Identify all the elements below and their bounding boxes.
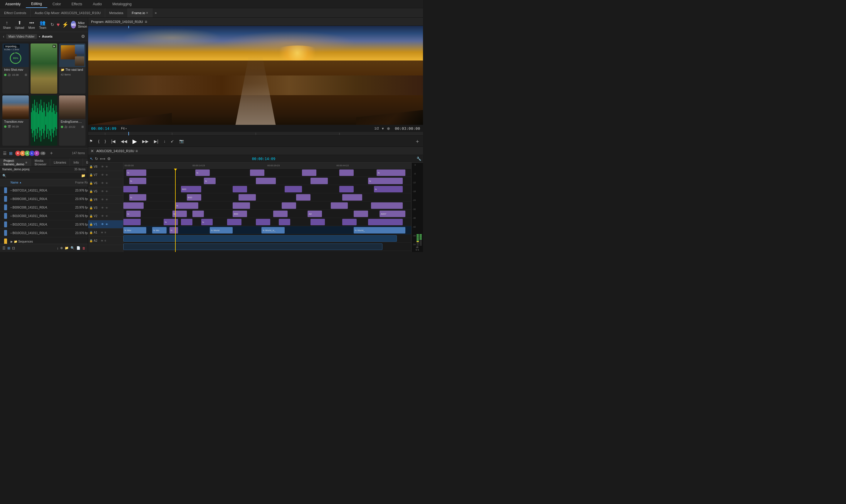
clip-v7-2[interactable]: fx [204,178,215,184]
asset-item-ending[interactable]: EndingScene.mov 🎥 23:22 ⊞ [59,95,86,146]
track-vis-v4[interactable]: 👁 [106,198,108,201]
clip-v2-9[interactable] [342,219,357,225]
clip-v8-1[interactable]: fx [126,169,147,176]
frameio-team-button[interactable]: 👥 Team [39,20,46,29]
breadcrumb-dropdown-icon[interactable]: ▾ [39,35,40,38]
clip-v2-8[interactable] [310,219,325,225]
clip-v7-1[interactable]: fx [129,178,147,184]
clip-v7-3[interactable] [256,178,276,184]
proj-freeform-icon[interactable]: ⊡ [12,246,15,250]
clip-v4-2[interactable]: fx [175,202,198,209]
tab-audio-mixer[interactable]: Audio Clip Mixer: A001C029_141010_R10U [31,8,105,17]
overwrite-button[interactable]: ↙ [169,139,175,143]
clip-v7-5[interactable]: fx [368,178,403,184]
clip-v2-10[interactable] [368,219,403,225]
th-fps[interactable]: Frame Rate [73,180,88,185]
asset-item-transition[interactable]: Transition.mov 🎬 00:29 [2,95,29,146]
new-folder-icon[interactable]: 📁 [81,174,86,178]
proj-tab-libraries[interactable]: Libraries [50,158,70,166]
clip-v3-5[interactable] [273,211,288,217]
clip-v4-1[interactable] [123,202,144,209]
table-row[interactable]: ▪B009C008_141011_R0U4. 23.976 fps 00:00:… [0,203,88,212]
clip-v6-6[interactable]: fx [374,186,403,192]
clip-v3-8[interactable]: A007 [379,211,406,217]
tab-overflow[interactable]: » [152,11,159,15]
go-to-in-button[interactable]: |◀ [110,139,117,144]
track-lock-v6[interactable]: 🔒 [89,181,93,185]
clip-v4-5[interactable] [331,202,348,209]
clip-v4-3[interactable] [233,202,250,209]
view-grid-icon[interactable]: ⊞ [9,151,13,156]
table-row[interactable]: ▪B010C010_141011_R0U4. 23.976 fps 00:00:… [0,220,88,229]
breadcrumb-back-button[interactable]: ‹ [3,34,4,39]
frameio-upload-button[interactable]: ⬆ Upload [15,20,24,29]
clip-v3-2[interactable]: fx [173,211,187,217]
track-lock-v2[interactable]: 🔒 [89,214,93,218]
asset-item-theme[interactable]: Title Theme.mp3 ♫ 06:15 [31,95,57,146]
proj-search-icon-footer[interactable]: 🔍 [71,246,75,250]
clip-v3-7[interactable] [354,211,368,217]
timeline-settings-icon[interactable]: ⚙ [107,157,111,161]
tab-frameio[interactable]: Frame.io ≡ [128,8,152,17]
table-row[interactable]: ▪B010C013_141011_R0U4. 23.976 fps 00:00:… [0,229,88,237]
proj-tab-info[interactable]: Info [70,158,83,166]
clip-v6-4[interactable] [285,186,302,192]
track-vis-v5[interactable]: 👁 [106,190,108,193]
track-vis-v8[interactable]: 👁 [106,165,108,168]
clip-v8-2[interactable]: fx [195,169,210,176]
nav-color[interactable]: Color [47,0,66,8]
export-frame-button[interactable]: 📷 [178,139,185,143]
project-search-input[interactable] [8,174,79,177]
clip-v3-1[interactable]: fx [126,211,141,217]
track-vis-v6[interactable]: 👁 [106,182,108,185]
step-back-button[interactable]: ◀◀ [120,139,128,144]
monitor-ratio-dropdown-icon[interactable]: ▾ [381,126,385,131]
step-forward-button[interactable]: ▶▶ [141,139,150,144]
track-vis-v3[interactable]: 👁 [106,206,108,210]
track-lock-a2[interactable]: 🔒 [89,239,93,242]
clip-v3-4[interactable]: B00 [233,211,247,217]
razor-tool-icon[interactable]: ↻ [95,157,98,161]
refresh-icon[interactable]: ↻ [51,22,54,27]
asset-item-laywaste[interactable]: ▶ Lay Waste.mov 🎥 03:24 ⊞ [31,43,57,94]
track-lock-a1[interactable]: 🔒 [89,231,93,234]
clip-v1-world4[interactable]: fx World_is_ [262,227,284,234]
clip-v5-5[interactable] [342,194,362,201]
clip-v8-3[interactable] [250,169,264,176]
track-s-a2[interactable]: S [105,239,106,242]
monitor-timecode-display[interactable]: 00:00:14:09 [88,126,119,131]
track-eye-v5[interactable]: 👁 [101,190,104,193]
add-controls-button[interactable]: ＋ [415,138,423,145]
nav-metalogging[interactable]: Metalogging [107,0,137,8]
clip-v7-4[interactable] [310,178,328,184]
project-menu-icon[interactable]: ≡ [25,161,27,164]
clip-v6-2[interactable]: B00 [181,186,201,192]
user-menu[interactable]: MS Mike Simon ▾ [71,21,88,29]
th-name[interactable]: Name ▲ [9,180,73,185]
asset-item-intro[interactable]: Importing... 915kb / 2.5mb 95% Intro Sho… [2,43,29,94]
clip-v2-7[interactable] [279,219,290,225]
nav-editing[interactable]: Editing [26,0,47,8]
track-lock-v1[interactable]: 🔒 [89,223,93,226]
clip-v1-world5[interactable]: fx World_ [354,227,406,234]
track-eye-v6[interactable]: 👁 [101,181,104,185]
frameio-more-button[interactable]: ••• More [28,20,35,29]
insert-button[interactable]: ↓ [162,139,167,143]
selection-tool-icon[interactable]: ↖ [90,157,93,161]
favorite-icon[interactable]: ♥ [57,22,60,28]
track-lock-v4[interactable]: 🔒 [89,198,93,201]
clip-v6-3[interactable] [233,186,247,192]
track-vis-v7[interactable]: 👁 [106,174,108,177]
clip-v3-6[interactable]: A0 [308,211,322,217]
track-eye-v7[interactable]: 👁 [101,173,104,177]
mark-out-button[interactable]: } [103,139,107,143]
clip-v2-5[interactable] [227,219,241,225]
proj-icon-view-icon[interactable]: ⊞ [7,246,10,250]
track-eye-v2[interactable]: 👁 [101,214,104,218]
proj-zoom-in-icon[interactable]: ⊕ [60,246,63,250]
track-lock-v7[interactable]: 🔒 [89,173,93,177]
clip-v2-1[interactable] [123,219,141,225]
table-row[interactable]: ▪B007C014_141011_R0U4. 23.976 fps 00:00:… [0,186,88,195]
clip-v1-world1[interactable]: fx Wor [123,227,146,234]
clip-a1-main[interactable] [123,235,397,242]
